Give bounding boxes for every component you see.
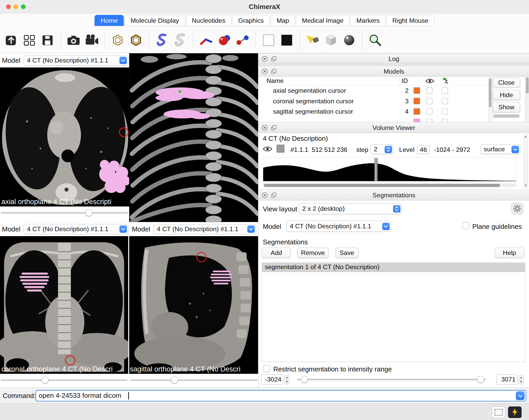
tab-graphics[interactable]: Graphics bbox=[232, 15, 270, 26]
coronal-model-popup[interactable]: 4 CT (No Description) #1.1.1 bbox=[24, 224, 128, 234]
table-row[interactable]: axial segmentation cursor 2 bbox=[260, 85, 488, 96]
intensity-max-value[interactable]: 3071 bbox=[497, 375, 518, 385]
models-close-button[interactable]: Close bbox=[493, 77, 520, 88]
volume-scrollbar[interactable]: ▲ ▼ bbox=[524, 134, 528, 188]
volume-3d-viewport[interactable] bbox=[129, 53, 258, 222]
slider-track[interactable] bbox=[1, 212, 128, 214]
spin-movie-button[interactable] bbox=[83, 29, 101, 50]
sagittal-plane-slider[interactable] bbox=[130, 377, 258, 384]
coronal-viewport[interactable]: coronal orthoplane 4 CT (No Descri bbox=[0, 236, 128, 374]
full-lighting-button[interactable] bbox=[340, 29, 359, 50]
intensity-min-value[interactable]: -3024 bbox=[261, 375, 283, 385]
shown-checkbox[interactable] bbox=[426, 108, 433, 115]
hide-atoms-button[interactable] bbox=[127, 29, 145, 50]
range-max-thumb[interactable] bbox=[477, 376, 484, 383]
slider-thumb[interactable] bbox=[42, 377, 49, 384]
ball-and-stick-style-button[interactable] bbox=[234, 29, 252, 50]
select-checkbox[interactable] bbox=[442, 87, 448, 94]
sagittal-model-popup[interactable]: 4 CT (No Description) #1.1.1 bbox=[153, 224, 256, 234]
snapshot-button[interactable] bbox=[64, 29, 83, 50]
stepper-control[interactable]: ▲▼ bbox=[284, 375, 290, 384]
show-atoms-button[interactable] bbox=[109, 29, 127, 50]
add-button[interactable]: Add bbox=[262, 248, 291, 258]
restrict-intensity-checkbox[interactable] bbox=[263, 365, 270, 372]
intensity-max-field[interactable]: 3071 ▲▼ bbox=[497, 375, 524, 385]
save-button[interactable]: Save bbox=[335, 248, 358, 258]
save-button[interactable] bbox=[38, 29, 57, 50]
panel-scrollbar[interactable] bbox=[525, 76, 529, 122]
sphere-style-button[interactable] bbox=[215, 29, 234, 50]
black-background-button[interactable] bbox=[278, 29, 296, 50]
seg-model-popup[interactable]: 4 CT (No Description) #1.1.1 bbox=[286, 221, 391, 232]
level-input[interactable]: 46 bbox=[417, 145, 430, 154]
color-swatch[interactable] bbox=[414, 119, 420, 122]
command-history-button[interactable] bbox=[516, 391, 525, 400]
volume-color-swatch[interactable] bbox=[277, 145, 284, 152]
sagittal-viewport[interactable]: sagittal orthoplane 4 CT (No Descri bbox=[129, 236, 258, 374]
soft-lighting-button[interactable] bbox=[322, 29, 340, 50]
settings-button[interactable] bbox=[511, 203, 524, 215]
plane-guidelines-checkbox[interactable] bbox=[462, 222, 469, 229]
intensity-min-field[interactable]: -3024 ▲▼ bbox=[261, 375, 290, 385]
step-down-icon[interactable]: ▼ bbox=[284, 379, 290, 384]
slider-track[interactable] bbox=[1, 379, 128, 381]
select-checkbox[interactable] bbox=[442, 119, 448, 122]
select-mode-button[interactable] bbox=[492, 407, 505, 418]
tab-molecule-display[interactable]: Molecule Display bbox=[125, 15, 185, 26]
table-row[interactable] bbox=[260, 117, 488, 122]
tab-markers[interactable]: Markers bbox=[350, 15, 386, 26]
coronal-plane-slider[interactable] bbox=[1, 377, 128, 384]
color-swatch[interactable] bbox=[414, 108, 420, 115]
command-input[interactable]: open 4-24533 format dicom bbox=[35, 390, 526, 401]
tab-medical-image[interactable]: Medical Image bbox=[296, 15, 349, 26]
stick-style-button[interactable] bbox=[197, 29, 215, 50]
tab-right-mouse[interactable]: Right Mouse bbox=[386, 15, 434, 26]
histogram[interactable] bbox=[263, 157, 516, 182]
models-hide-button[interactable]: Hide bbox=[493, 90, 520, 100]
table-row[interactable]: sagittal segmentation cursor 4 bbox=[260, 106, 488, 116]
shown-checkbox[interactable] bbox=[426, 119, 433, 122]
slider-track[interactable] bbox=[130, 379, 258, 381]
step-popup[interactable]: 2 bbox=[370, 144, 393, 154]
white-background-button[interactable] bbox=[259, 29, 278, 50]
style-popup[interactable]: surface bbox=[480, 144, 520, 154]
scrollbar-thumb[interactable] bbox=[526, 77, 528, 94]
table-row[interactable]: coronal segmentation cursor 3 bbox=[260, 96, 488, 106]
axial-plane-slider[interactable] bbox=[1, 209, 128, 217]
scrollbar-thumb[interactable] bbox=[264, 184, 500, 187]
tab-home[interactable]: Home bbox=[95, 15, 124, 26]
slider-thumb[interactable] bbox=[85, 209, 92, 216]
tab-nucleotides[interactable]: Nucleotides bbox=[186, 15, 231, 26]
recent-files-button[interactable] bbox=[20, 29, 38, 50]
slider-thumb[interactable] bbox=[171, 377, 178, 384]
step-up-icon[interactable]: ▲ bbox=[519, 375, 524, 379]
simple-lighting-button[interactable] bbox=[304, 29, 322, 50]
eye-icon[interactable] bbox=[263, 146, 272, 153]
open-button[interactable] bbox=[2, 29, 20, 50]
axial-model-popup[interactable]: 4 CT (No Description) #1.1.1 bbox=[24, 55, 128, 65]
axial-viewport[interactable]: axial orthoplane 4 CT (No Descripti bbox=[0, 67, 129, 206]
horizontal-scrollbar-thumb[interactable] bbox=[493, 114, 520, 118]
scrollbar-thumb[interactable] bbox=[489, 78, 492, 107]
models-show-button[interactable]: Show bbox=[493, 102, 520, 112]
stepper-control[interactable]: ▲▼ bbox=[519, 375, 524, 384]
select-checkbox[interactable] bbox=[442, 98, 448, 104]
range-min-thumb[interactable] bbox=[301, 376, 308, 383]
step-up-icon[interactable]: ▲ bbox=[284, 375, 290, 379]
shown-checkbox[interactable] bbox=[426, 87, 433, 94]
models-scrollbar[interactable] bbox=[488, 77, 493, 122]
view-layout-popup[interactable]: 2 x 2 (desktop) bbox=[299, 203, 402, 214]
hide-cartoons-button[interactable] bbox=[171, 29, 189, 50]
color-swatch[interactable] bbox=[414, 87, 420, 94]
list-item[interactable]: segmentation 1 of 4 CT (No Description) bbox=[262, 263, 525, 272]
scroll-up-arrow[interactable]: ▲ bbox=[524, 135, 527, 138]
select-checkbox[interactable] bbox=[442, 108, 448, 115]
color-swatch[interactable] bbox=[414, 98, 420, 104]
fast-mode-button[interactable] bbox=[508, 407, 522, 418]
shown-checkbox[interactable] bbox=[426, 98, 433, 104]
scroll-down-arrow[interactable]: ▼ bbox=[524, 184, 527, 187]
intensity-range-slider[interactable] bbox=[297, 376, 486, 383]
show-cartoons-button[interactable] bbox=[153, 29, 171, 50]
slider-track[interactable] bbox=[297, 379, 486, 380]
remove-button[interactable]: Remove bbox=[297, 248, 329, 258]
